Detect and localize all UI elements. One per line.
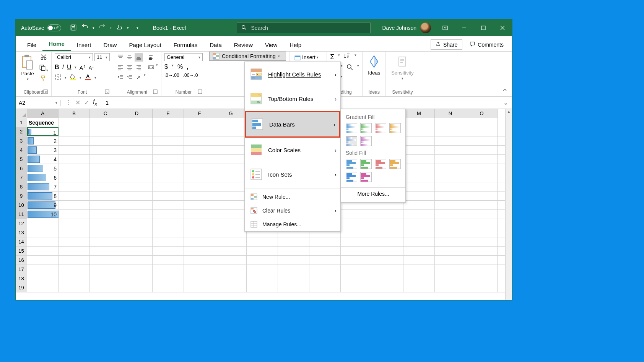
cell[interactable] xyxy=(403,274,435,283)
data-bar-swatch[interactable] xyxy=(389,159,401,169)
cell[interactable] xyxy=(309,237,341,246)
cell[interactable] xyxy=(184,247,215,255)
cf-manage-rules[interactable]: Manage Rules... xyxy=(245,218,340,231)
cell[interactable]: 8 xyxy=(27,192,59,200)
cell[interactable] xyxy=(466,228,498,237)
data-bar-swatch[interactable] xyxy=(346,159,357,169)
row-header[interactable]: 13 xyxy=(16,228,27,237)
data-bar-swatch[interactable] xyxy=(346,136,357,146)
close-button[interactable] xyxy=(493,19,512,36)
format-painter-icon[interactable] xyxy=(40,75,47,84)
cell[interactable] xyxy=(466,265,498,274)
tab-help[interactable]: Help xyxy=(283,39,307,51)
cell[interactable] xyxy=(153,201,184,209)
cell[interactable] xyxy=(153,164,184,173)
cell[interactable] xyxy=(153,228,184,237)
cell[interactable] xyxy=(184,173,215,182)
cell[interactable] xyxy=(184,136,215,145)
cell[interactable] xyxy=(466,136,498,145)
wrap-text-icon[interactable]: ab xyxy=(147,53,155,62)
cell[interactable] xyxy=(372,265,403,274)
cf-color-scales[interactable]: Color Scales › xyxy=(245,138,340,162)
column-header[interactable]: C xyxy=(90,109,121,118)
cell[interactable] xyxy=(59,256,90,265)
cell[interactable] xyxy=(121,265,153,274)
row-header[interactable]: 3 xyxy=(16,136,27,145)
cell[interactable] xyxy=(278,274,309,283)
data-bar-swatch[interactable] xyxy=(360,123,372,133)
cell[interactable] xyxy=(215,127,247,136)
cell[interactable] xyxy=(90,283,121,292)
cell[interactable] xyxy=(90,146,121,154)
cell[interactable] xyxy=(90,274,121,283)
cell[interactable] xyxy=(341,228,372,237)
cell[interactable] xyxy=(403,210,435,219)
row-header[interactable]: 10 xyxy=(16,201,27,209)
cell[interactable] xyxy=(121,210,153,219)
cell[interactable] xyxy=(309,247,341,255)
touch-mode-icon[interactable] xyxy=(115,24,123,32)
column-header[interactable]: M xyxy=(403,109,435,118)
cell[interactable] xyxy=(372,247,403,255)
cell[interactable] xyxy=(466,155,498,164)
cell[interactable] xyxy=(90,155,121,164)
copy-icon[interactable]: ▾ xyxy=(39,64,48,73)
cf-top-bottom[interactable]: 10 Top/Bottom Rules › xyxy=(245,86,340,111)
cell[interactable] xyxy=(341,210,372,219)
row-header[interactable]: 12 xyxy=(16,219,27,228)
cell[interactable] xyxy=(247,274,278,283)
cell[interactable] xyxy=(121,127,153,136)
row-header[interactable]: 18 xyxy=(16,274,27,283)
cell[interactable] xyxy=(403,219,435,228)
cell[interactable] xyxy=(184,118,215,127)
insert-cells-button[interactable]: Insert ▾ xyxy=(293,53,320,62)
collapse-ribbon-icon[interactable] xyxy=(498,85,512,96)
cell[interactable] xyxy=(90,201,121,209)
align-bottom-icon[interactable] xyxy=(135,53,143,62)
cell[interactable] xyxy=(90,210,121,219)
ideas-button[interactable]: Ideas xyxy=(366,53,382,76)
data-bar-swatch[interactable] xyxy=(346,172,357,182)
cell[interactable] xyxy=(278,265,309,274)
column-header[interactable]: N xyxy=(435,109,466,118)
cell[interactable] xyxy=(341,274,372,283)
cell[interactable] xyxy=(215,219,247,228)
cut-icon[interactable] xyxy=(40,53,47,62)
redo-icon[interactable] xyxy=(98,24,106,32)
cell[interactable]: 6 xyxy=(27,173,59,182)
row-header[interactable]: 9 xyxy=(16,192,27,200)
align-center-icon[interactable] xyxy=(125,63,134,71)
cell[interactable] xyxy=(59,210,90,219)
undo-icon[interactable] xyxy=(81,24,89,32)
cell[interactable] xyxy=(435,173,466,182)
cell[interactable] xyxy=(121,274,153,283)
cell[interactable] xyxy=(466,247,498,255)
column-header[interactable]: G xyxy=(215,109,247,118)
cell[interactable] xyxy=(90,256,121,265)
cell[interactable] xyxy=(90,173,121,182)
row-header[interactable]: 8 xyxy=(16,182,27,191)
cell[interactable] xyxy=(215,136,247,145)
cell[interactable] xyxy=(59,155,90,164)
cell[interactable] xyxy=(59,237,90,246)
cell[interactable] xyxy=(153,283,184,292)
cell[interactable] xyxy=(435,265,466,274)
cell[interactable] xyxy=(59,274,90,283)
cell[interactable]: 9 xyxy=(27,201,59,209)
cell[interactable] xyxy=(215,247,247,255)
row-header[interactable]: 14 xyxy=(16,237,27,246)
cell[interactable] xyxy=(153,237,184,246)
cell[interactable] xyxy=(403,192,435,200)
merge-center-icon[interactable] xyxy=(147,63,155,71)
row-header[interactable]: 15 xyxy=(16,247,27,255)
cell[interactable] xyxy=(435,237,466,246)
cell[interactable] xyxy=(435,182,466,191)
cell[interactable] xyxy=(435,228,466,237)
cell[interactable] xyxy=(403,201,435,209)
cell[interactable] xyxy=(59,127,90,136)
cell[interactable] xyxy=(403,283,435,292)
conditional-formatting-button[interactable]: Conditional Formatting▾ xyxy=(209,52,286,61)
cell[interactable] xyxy=(372,274,403,283)
cell[interactable] xyxy=(215,192,247,200)
row-header[interactable]: 7 xyxy=(16,173,27,182)
